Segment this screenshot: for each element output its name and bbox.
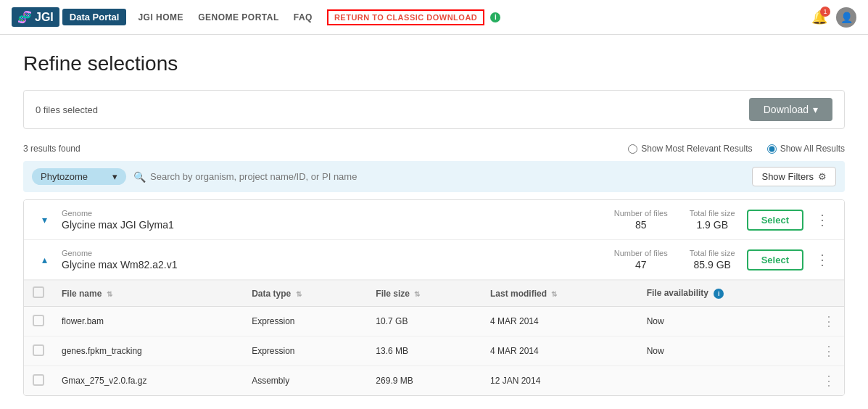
td-last-modified-1: 4 MAR 2014 [481, 307, 638, 336]
nav-faq[interactable]: FAQ [294, 12, 313, 22]
th-file-name-label: File name [62, 289, 102, 299]
genome-2-info: Genome Glycine max Wm82.a2.v1 [62, 249, 614, 270]
table-row: flower.bam Expression 10.7 GB 4 MAR 2014… [24, 307, 844, 336]
files-selected-count: 0 files selected [36, 104, 98, 115]
genome-2-stats: Number of files 47 Total file size 85.9 … [614, 249, 735, 270]
show-filters-label: Show Filters [761, 171, 814, 182]
th-file-name[interactable]: File name ⇅ [53, 281, 243, 307]
header: 🧬 JGI Data Portal JGI HOME GENOME PORTAL… [0, 0, 868, 35]
row-3-checkbox[interactable] [33, 374, 44, 386]
th-data-type-label: Data type [252, 289, 291, 299]
genome-2-name: Glycine max Wm82.a2.v1 [62, 259, 614, 270]
row-1-more-button[interactable]: ⋮ [822, 314, 835, 329]
genome-1-total-size-stat: Total file size 1.9 GB [690, 209, 735, 231]
td-data-type-2: Expression [243, 336, 367, 366]
search-row: Phytozome ▾ 🔍 Show Filters ⚙ [23, 161, 845, 192]
portal-logo-text: Data Portal [62, 9, 127, 25]
genome-1-stats: Number of files 85 Total file size 1.9 G… [614, 209, 735, 231]
phytozome-dropdown[interactable]: Phytozome ▾ [32, 168, 126, 185]
table-row: Gmax_275_v2.0.fa.gz Assembly 269.9 MB 12… [24, 366, 844, 396]
main-nav: JGI HOME GENOME PORTAL FAQ RETURN TO CLA… [138, 9, 811, 25]
file-name-sort-icon: ⇅ [107, 290, 112, 298]
phytozome-label: Phytozome [41, 171, 88, 182]
td-data-type-1: Expression [243, 307, 367, 336]
genome-1-num-files-label: Number of files [614, 209, 668, 218]
genome-2-total-size-stat: Total file size 85.9 GB [690, 249, 735, 270]
radio-all-results-label: Show All Results [780, 144, 845, 154]
genome-2-select-button[interactable]: Select [747, 249, 803, 270]
genome-1-more-button[interactable]: ⋮ [812, 211, 832, 228]
row-2-checkbox[interactable] [33, 344, 44, 356]
td-file-size-1: 10.7 GB [367, 307, 481, 336]
notification-icon[interactable]: 🔔 1 [811, 9, 827, 25]
selection-bar: 0 files selected Download ▾ [23, 90, 845, 129]
select-all-checkbox[interactable] [33, 286, 44, 298]
header-right: 🔔 1 👤 [811, 7, 856, 28]
row-3-more-button[interactable]: ⋮ [822, 373, 835, 388]
th-actions [814, 281, 844, 307]
genome-1-total-size-value: 1.9 GB [690, 219, 735, 231]
results-count: 3 results found [23, 144, 80, 154]
td-file-name-1: flower.bam [53, 307, 243, 336]
td-checkbox-3 [24, 366, 53, 396]
genome-2-num-files-label: Number of files [614, 249, 668, 257]
radio-most-relevant[interactable]: Show Most Relevant Results [628, 144, 752, 154]
td-more-1: ⋮ [814, 307, 844, 336]
jgi-logo: 🧬 JGI [12, 7, 59, 27]
download-button[interactable]: Download ▾ [749, 98, 832, 121]
genome-2-expand-icon[interactable]: ▴ [36, 251, 53, 268]
td-file-name-2: genes.fpkm_tracking [53, 336, 243, 366]
download-button-label: Download [764, 104, 809, 115]
notification-badge: 1 [820, 7, 830, 17]
file-size-sort-icon: ⇅ [414, 290, 420, 298]
genome-2-total-size-label: Total file size [690, 249, 735, 257]
table-row: genes.fpkm_tracking Expression 13.6 MB 4… [24, 336, 844, 366]
genome-1-select-button[interactable]: Select [747, 210, 803, 231]
file-table-container: File name ⇅ Data type ⇅ File size ⇅ La [24, 280, 844, 395]
file-availability-info-icon: i [714, 289, 724, 299]
row-2-more-button[interactable]: ⋮ [822, 344, 835, 358]
file-table: File name ⇅ Data type ⇅ File size ⇅ La [24, 281, 844, 395]
td-availability-1: Now [638, 307, 814, 336]
th-checkbox [24, 281, 53, 307]
td-checkbox-1 [24, 307, 53, 336]
td-availability-3 [638, 366, 814, 396]
results-row: 3 results found Show Most Relevant Resul… [23, 144, 845, 154]
th-data-type[interactable]: Data type ⇅ [243, 281, 367, 307]
row-1-checkbox[interactable] [33, 315, 44, 326]
genome-2-total-size-value: 85.9 GB [690, 259, 735, 270]
th-last-modified[interactable]: Last modified ⇅ [481, 281, 638, 307]
td-last-modified-2: 4 MAR 2014 [481, 336, 638, 366]
search-input[interactable] [150, 171, 745, 182]
td-more-3: ⋮ [814, 366, 844, 396]
th-file-size[interactable]: File size ⇅ [367, 281, 481, 307]
data-type-sort-icon: ⇅ [296, 290, 302, 298]
phytozome-arrow: ▾ [112, 171, 117, 182]
genome-2-num-files-value: 47 [614, 259, 668, 270]
genome-1-num-files-stat: Number of files 85 [614, 209, 668, 231]
search-icon: 🔍 [133, 171, 146, 183]
radio-most-relevant-input[interactable] [628, 144, 637, 154]
main-content: Refine selections 0 files selected Downl… [0, 35, 868, 409]
nav-jgi-home[interactable]: JGI HOME [138, 12, 183, 22]
nav-genome-portal[interactable]: GENOME PORTAL [198, 12, 279, 22]
genome-1-info: Genome Glycine max JGI Glyma1 [62, 209, 614, 231]
td-file-size-2: 13.6 MB [367, 336, 481, 366]
td-file-size-3: 269.9 MB [367, 366, 481, 396]
show-filters-button[interactable]: Show Filters ⚙ [752, 167, 836, 186]
td-file-name-3: Gmax_275_v2.0.fa.gz [53, 366, 243, 396]
td-more-2: ⋮ [814, 336, 844, 366]
th-file-availability: File availability i [638, 281, 814, 307]
genome-2-label: Genome [62, 249, 614, 257]
user-avatar[interactable]: 👤 [836, 7, 856, 28]
genome-1-num-files-value: 85 [614, 219, 668, 231]
classic-download-info-icon: i [490, 12, 500, 22]
logo-area: 🧬 JGI Data Portal [12, 7, 126, 27]
td-availability-2: Now [638, 336, 814, 366]
genome-2-more-button[interactable]: ⋮ [812, 251, 832, 268]
nav-classic-download[interactable]: RETURN TO CLASSIC DOWNLOAD [327, 9, 484, 25]
radio-all-results-input[interactable] [767, 144, 777, 154]
jgi-logo-text: JGI [35, 11, 54, 24]
radio-all-results[interactable]: Show All Results [767, 144, 845, 154]
genome-1-expand-icon[interactable]: ▾ [36, 211, 53, 228]
